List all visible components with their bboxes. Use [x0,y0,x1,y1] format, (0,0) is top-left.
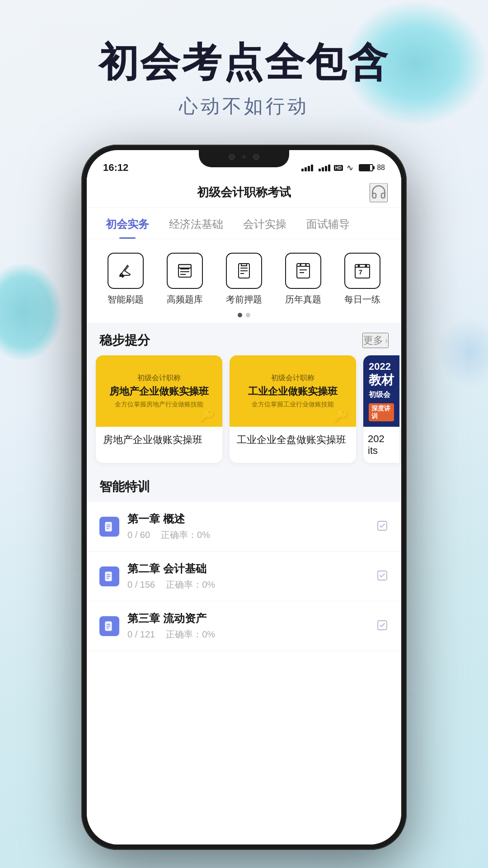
camera-dot-right [253,154,259,160]
sub-title: 心动不如行动 [0,94,488,119]
tab-item-0[interactable]: 初会实务 [96,208,159,239]
notch-camera-area [229,154,259,160]
course-card-img-1: 初级会计职称 工业企业做账实操班 全方位掌握工业行业做账技能 🔑 [230,355,356,427]
training-title: 智能特训 [87,478,401,502]
tab-item-3[interactable]: 面试辅导 [296,208,360,239]
daily-practice-icon: 7 [352,261,372,281]
chapter-item-1[interactable]: 第二章 会计基础 0 / 156 正确率：0% [87,552,401,601]
icon-item-pre-exam[interactable]: 考前押题 [226,253,262,306]
bg-decoration-teal2 [0,262,63,362]
chapter-edit-0[interactable] [376,519,389,534]
svg-point-18 [365,265,367,267]
key-icon-1: 🔑 [333,408,349,423]
course-card-2[interactable]: 2022教材初级会 深度讲训 202 its [363,355,399,463]
chapter-accuracy-2: 正确率：0% [166,628,215,641]
past-exams-icon-box [285,253,321,289]
high-freq-icon [175,261,195,281]
chevron-right-icon: › [385,336,388,345]
icon-item-smart-drill[interactable]: 智能刷题 [108,253,144,306]
chapter-edit-1[interactable] [376,569,389,584]
signal-bar-2 [305,167,307,171]
signal-bar-8 [328,165,330,171]
high-freq-label: 高频题库 [167,293,203,306]
status-icons: HD ∿ 88 [301,163,385,173]
signal-bar-7 [325,166,327,171]
course-card-1[interactable]: 初级会计职称 工业企业做账实操班 全方位掌握工业行业做账技能 🔑 工业企业全盘做… [230,355,356,463]
signal-bar-6 [322,167,324,171]
chapter-info-2: 第三章 流动资产 0 / 121 正确率：0% [127,611,389,641]
course-scroll: 初级会计职称 房地产企业做账实操班 全方位掌握房地产行业做账技能 🔑 房地产企业… [87,355,401,472]
signal-bar-4 [311,165,313,171]
course-card-partial-img: 2022教材初级会 深度讲训 [363,355,399,427]
pre-exam-icon [234,261,254,281]
app-header-title: 初级会计职称考试 [197,184,291,200]
course-card-subtitle-1: 全方位掌握工业行业做账技能 [252,401,334,409]
steady-section: 稳步提分 更多 › 初级会计职称 房地产企业做账实操班 [87,323,401,472]
course-card-img-0: 初级会计职称 房地产企业做账实操班 全方位掌握房地产行业做账技能 🔑 [96,355,222,427]
svg-point-12 [300,264,301,266]
headphone-icon [371,184,387,200]
app-header: 初级会计职称考试 [87,177,401,208]
chapter-list: 第一章 概述 0 / 60 正确率：0% [87,502,401,651]
chapter-edit-2[interactable] [376,619,389,633]
course-card-0[interactable]: 初级会计职称 房地产企业做账实操班 全方位掌握房地产行业做账技能 🔑 房地产企业… [96,355,222,463]
daily-practice-icon-box: 7 [344,253,380,289]
chapter-progress-1: 0 / 156 [127,580,155,590]
signal-bars-2-icon [319,165,330,171]
header-section: 初会考点全包含 心动不如行动 [0,0,488,119]
course-card-name-0: 房地产企业做账实操班 [96,427,222,453]
chapter-stats-0: 0 / 60 正确率：0% [127,529,389,541]
icon-item-past-exams[interactable]: 历年真题 [285,253,321,306]
signal-bar-5 [319,169,321,171]
svg-rect-6 [178,264,191,268]
chapter-progress-2: 0 / 121 [127,629,155,640]
book-icon-2 [103,620,115,632]
book-icon-1 [103,571,115,582]
camera-dot-left [229,154,235,160]
course-card-title-1: 工业企业做账实操班 [241,386,345,397]
chapter-icon-2 [99,616,119,636]
phone-mockup: 16:12 HD ∿ [81,145,407,850]
chapter-name-1: 第二章 会计基础 [127,561,389,576]
tab-item-2[interactable]: 会计实操 [233,208,296,239]
edit-icon-2 [376,619,389,632]
course-card-title-0: 房地产企业做账实操班 [102,386,216,397]
signal-bar-1 [301,169,304,171]
chapter-icon-0 [99,517,119,537]
more-button[interactable]: 更多 › [362,333,389,348]
tab-bar: 初会实务 经济法基础 会计实操 面试辅导 [87,208,401,239]
course-card-subtitle-0: 全方位掌握房地产行业做账技能 [115,401,203,409]
chapter-icon-1 [99,566,119,586]
status-time: 16:12 [103,162,128,174]
high-freq-icon-box [167,253,203,289]
book-icon-0 [103,521,115,533]
app-content: 初级会计职称考试 初会实务 经济法基础 会计实操 面试辅导 [87,177,401,844]
icon-grid: 智能刷题 高频题库 [87,239,401,313]
smart-drill-label: 智能刷题 [108,293,144,306]
headphone-button[interactable] [370,183,388,202]
phone-notch [199,150,289,167]
chapter-stats-2: 0 / 121 正确率：0% [127,628,389,641]
icon-item-daily-practice[interactable]: 7 每日一练 [344,253,380,306]
more-label: 更多 [363,334,383,347]
chapter-progress-0: 0 / 60 [127,530,150,540]
signal-bar-3 [308,166,310,171]
bg-decoration-blue [438,316,488,389]
chapter-item-2[interactable]: 第三章 流动资产 0 / 121 正确率：0% [87,601,401,651]
dot-2 [246,313,250,317]
chapter-item-0[interactable]: 第一章 概述 0 / 60 正确率：0% [87,502,401,552]
svg-text:7: 7 [359,269,362,276]
hd-badge: HD [334,165,343,171]
smart-drill-icon [116,261,136,281]
chapter-accuracy-0: 正确率：0% [161,529,210,541]
dots-indicator [87,313,401,323]
pre-exam-label: 考前押题 [226,293,262,306]
past-exams-icon [293,261,313,281]
tab-item-1[interactable]: 经济法基础 [159,208,233,239]
course-card-name-1: 工业企业全盘做账实操班 [230,427,356,453]
partial-card-text: 2022教材初级会 深度讲训 [363,355,399,427]
training-section: 智能特训 [87,472,401,651]
smart-drill-icon-box [108,253,144,289]
edit-icon-1 [376,569,389,582]
icon-item-high-freq[interactable]: 高频题库 [167,253,203,306]
